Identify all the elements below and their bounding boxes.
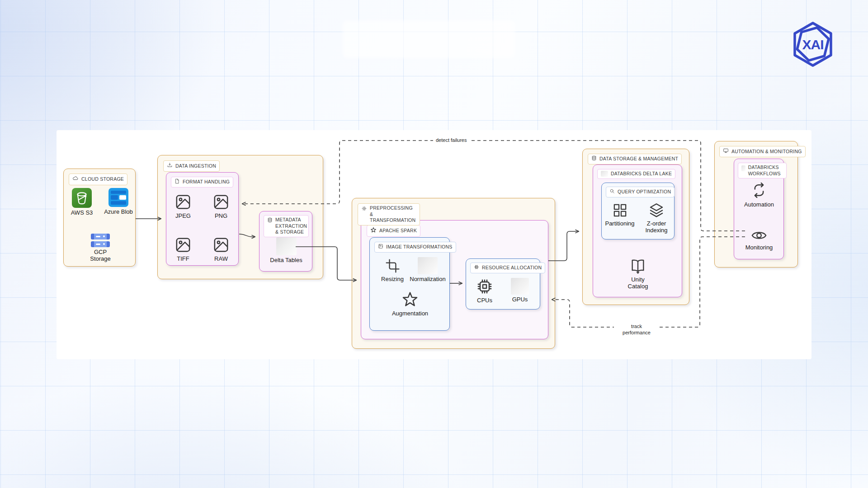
- cpu-chip-icon: [476, 277, 494, 296]
- crop-icon: [384, 258, 401, 274]
- node-label: JPEG: [175, 213, 191, 220]
- edge-label-track-performance: track performance: [614, 323, 659, 337]
- node-label: Unity Catalog: [624, 277, 651, 290]
- group-format-handling: FORMAT HANDLING JPEG PNG TIFF RAW: [166, 172, 239, 266]
- node-augmentation: Augmentation: [389, 291, 431, 317]
- group-title: DATA STORAGE & MANAGEMENT: [599, 156, 678, 162]
- image-icon: [174, 193, 192, 211]
- node-tiff: TIFF: [167, 236, 199, 263]
- node-label: Delta Tables: [270, 257, 302, 264]
- group-metadata-extraction: METADATA EXTRACTION & STORAGE Delta Tabl…: [259, 211, 312, 272]
- delta-tables-icon: [276, 237, 297, 255]
- star-icon: [370, 227, 377, 235]
- group-data-ingestion: DATA INGESTION FORMAT HANDLING JPEG PNG …: [157, 155, 323, 279]
- group-image-transformations: IMAGE TRANSFORMATIONS Resizing Normaliza…: [369, 237, 450, 331]
- aws-s3-icon: [72, 188, 92, 208]
- node-label: AWS S3: [71, 210, 93, 216]
- gpus-icon: [511, 278, 529, 295]
- partition-squares-icon: [612, 202, 628, 219]
- group-title: CLOUD STORAGE: [81, 176, 124, 183]
- image-icon: [174, 236, 192, 254]
- group-data-storage: DATA STORAGE & MANAGEMENT DATABRICKS DEL…: [582, 149, 689, 305]
- node-unity-catalog: Unity Catalog: [624, 258, 651, 290]
- database-icon: [591, 155, 597, 163]
- monitor-icon: [723, 148, 729, 155]
- node-label: TIFF: [177, 256, 189, 263]
- node-delta-tables: Delta Tables: [266, 237, 307, 264]
- group-title: DATA INGESTION: [175, 163, 216, 169]
- node-label: Normalization: [410, 276, 445, 283]
- gear-icon: [361, 206, 367, 213]
- group-title: DATABRICKS WORKFLOWS: [748, 164, 783, 177]
- group-databricks-delta-lake: DATABRICKS DELTA LAKE QUERY OPTIMIZATION…: [593, 164, 682, 297]
- node-label: Partitioning: [605, 221, 634, 227]
- group-title: PREPROCESSING & TRANSFORMATION: [370, 205, 416, 224]
- book-icon: [629, 258, 647, 275]
- group-title: METADATA EXTRACTION & STORAGE: [275, 217, 307, 235]
- search-icon: [609, 188, 615, 196]
- gcp-storage-icon: [91, 234, 110, 247]
- background-highlight: [343, 20, 515, 58]
- node-normalization: Normalization: [406, 257, 449, 283]
- node-gcp-storage: GCP Storage: [88, 234, 113, 262]
- cpu-icon: [474, 264, 479, 272]
- group-title: DATABRICKS DELTA LAKE: [611, 171, 672, 177]
- node-aws-s3: AWS S3: [66, 188, 98, 216]
- node-label: RAW: [214, 256, 228, 263]
- node-label: Monitoring: [745, 244, 773, 251]
- sync-arrows-icon: [750, 181, 768, 200]
- group-title: IMAGE TRANSFORMATIONS: [386, 244, 453, 250]
- node-label: Resizing: [381, 276, 404, 283]
- image-icon: [212, 193, 230, 211]
- node-label: GCP Storage: [88, 249, 113, 262]
- azure-blob-icon: [108, 188, 128, 207]
- group-title: APACHE SPARK: [379, 228, 417, 234]
- layers-icon: [647, 202, 665, 219]
- node-label: Augmentation: [392, 310, 428, 317]
- group-title: QUERY OPTIMIZATION: [618, 189, 671, 195]
- image-icon: [212, 236, 230, 254]
- group-preprocessing: PREPROCESSING & TRANSFORMATION APACHE SP…: [352, 198, 555, 349]
- download-icon: [167, 162, 173, 170]
- database-icon: [267, 217, 273, 225]
- group-resource-allocation: RESOURCE ALLOCATION CPUs GPUs: [466, 258, 540, 310]
- node-azure-blob: Azure Blob: [103, 188, 134, 216]
- group-automation-monitoring: AUTOMATION & MONITORING DATABRICKS WORKF…: [714, 141, 798, 267]
- group-title: FORMAT HANDLING: [183, 179, 230, 185]
- node-label: Z-order Indexing: [643, 221, 670, 234]
- node-zorder-indexing: Z-order Indexing: [643, 202, 670, 234]
- group-databricks-workflows: DATABRICKS WORKFLOWS Automation Monitori…: [734, 159, 784, 259]
- normalization-icon: [418, 257, 438, 274]
- group-query-optimization: QUERY OPTIMIZATION Partitioning Z-order …: [601, 183, 675, 239]
- node-jpeg: JPEG: [167, 193, 199, 220]
- eye-icon: [750, 228, 768, 243]
- star-icon: [401, 291, 420, 309]
- node-monitoring: Monitoring: [738, 228, 780, 251]
- node-png: PNG: [205, 193, 237, 220]
- node-resizing: Resizing: [374, 258, 410, 283]
- group-apache-spark: APACHE SPARK IMAGE TRANSFORMATIONS Resiz…: [361, 220, 548, 339]
- group-cloud-storage: CLOUD STORAGE AWS S3 Azure Blob: [63, 169, 136, 267]
- group-title: AUTOMATION & MONITORING: [731, 149, 802, 155]
- node-label: Azure Blob: [104, 209, 133, 216]
- databricks-icon: [601, 171, 608, 177]
- xai-logo: XAI: [790, 20, 835, 72]
- cloud-icon: [72, 175, 79, 183]
- logo-text: XAI: [802, 37, 823, 52]
- node-label: CPUs: [477, 297, 492, 304]
- node-cpus: CPUs: [471, 277, 498, 304]
- node-partitioning: Partitioning: [602, 202, 637, 227]
- node-label: Automation: [744, 202, 774, 208]
- node-raw: RAW: [205, 236, 237, 263]
- image-icon: [378, 244, 383, 251]
- file-icon: [175, 178, 180, 186]
- node-label: PNG: [215, 213, 227, 220]
- node-gpus: GPUs: [506, 278, 533, 303]
- node-automation: Automation: [739, 181, 779, 208]
- group-title: RESOURCE ALLOCATION: [482, 265, 542, 271]
- edge-label-detect-failures: detect failures: [433, 137, 469, 144]
- databricks-icon: [741, 165, 745, 171]
- node-label: GPUs: [512, 296, 528, 303]
- diagram-page: CLOUD STORAGE AWS S3 Azure Blob: [0, 0, 868, 488]
